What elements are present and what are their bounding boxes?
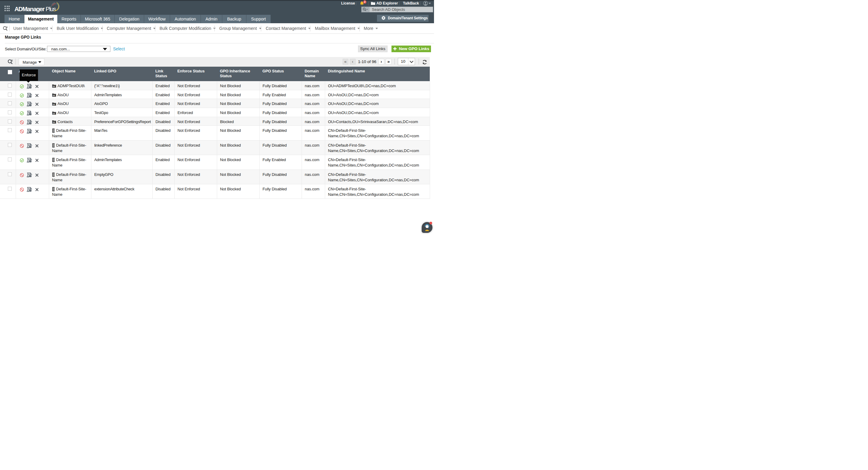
svg-text:ou: ou	[53, 85, 55, 87]
svg-text:ou: ou	[53, 121, 55, 123]
svg-text:ou: ou	[53, 94, 55, 96]
svg-text:ou: ou	[53, 103, 55, 105]
svg-text:ou: ou	[53, 112, 55, 114]
